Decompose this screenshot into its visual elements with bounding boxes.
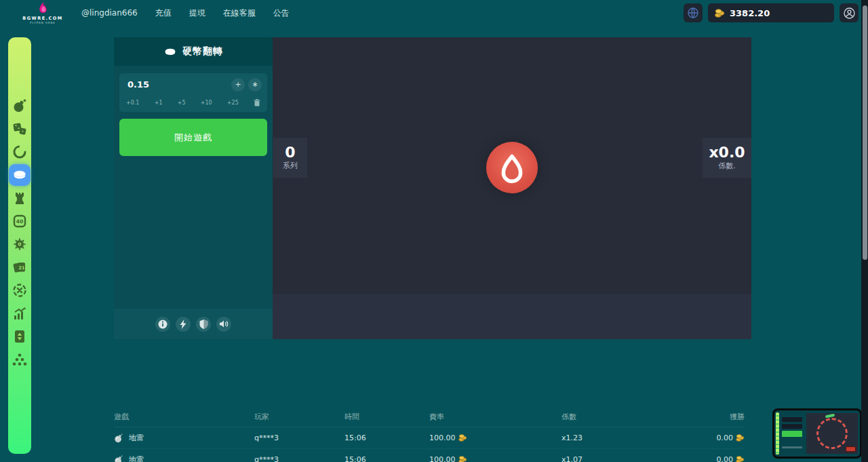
brand-logo[interactable]: BGWRE.COM FLYPAN HEBS: [20, 2, 65, 24]
menu-item-announcement[interactable]: 公告: [273, 7, 290, 19]
bomb-icon: [12, 98, 28, 114]
gear-wheel-icon: [12, 236, 28, 252]
profile-button[interactable]: [840, 3, 859, 22]
menu-item-support[interactable]: 在線客服: [223, 7, 256, 19]
ring-icon: [12, 144, 28, 160]
lightning-icon: [179, 320, 187, 329]
sidebar-item-tower[interactable]: [8, 187, 31, 210]
sidebar-item-spin[interactable]: [8, 140, 31, 163]
game-preview-thumbnail[interactable]: [772, 408, 862, 459]
profile-icon: [843, 7, 856, 20]
sidebar-item-roulette[interactable]: [8, 279, 31, 302]
balance-display[interactable]: 3382.20: [708, 3, 834, 22]
roulette-x-icon: [12, 282, 28, 299]
series-label: 系列: [283, 161, 298, 171]
page-scrollbar-thumb[interactable]: [863, 5, 867, 260]
col-rate: 費率: [429, 412, 561, 422]
game-name: 地雷: [129, 455, 144, 462]
coef-cell: x1.07: [561, 455, 671, 462]
multiply-bet-button[interactable]: ∗: [248, 78, 262, 92]
col-game: 遊戲: [114, 412, 254, 422]
coin-title-icon: [163, 46, 177, 57]
coins-icon: [736, 456, 745, 462]
multiplier-label: 係數.: [718, 161, 736, 171]
keno-40-icon: 40: [12, 213, 28, 229]
increase-bet-button[interactable]: +: [231, 78, 245, 92]
rate-value: 100.00: [429, 455, 456, 462]
language-globe-button[interactable]: [684, 3, 703, 22]
sidebar-item-plinko[interactable]: [8, 348, 31, 371]
sidebar-item-stocks[interactable]: [8, 302, 31, 325]
col-coef: 係數: [561, 412, 671, 422]
coins-icon: [458, 434, 467, 442]
top-bar: BGWRE.COM FLYPAN HEBS @lingdian666 充值 提現…: [0, 0, 868, 26]
mine-game-icon: [114, 434, 123, 443]
brand-name: BGWRE.COM: [22, 16, 63, 21]
app-window: BGWRE.COM FLYPAN HEBS @lingdian666 充值 提現…: [0, 0, 868, 462]
coins-icon: [736, 434, 745, 442]
quick-bet-0.1[interactable]: +0.1: [126, 100, 139, 106]
preview-footer: [782, 446, 802, 448]
rate-cell: 100.00: [429, 455, 467, 462]
sidebar-item-dice[interactable]: [8, 117, 31, 140]
multiplier-value: x0.0: [709, 145, 745, 161]
quick-bet-5[interactable]: +5: [178, 100, 186, 106]
sidebar-item-wheel[interactable]: [8, 233, 31, 256]
coef-cell: x1.23: [561, 434, 671, 442]
series-value: 0: [285, 145, 295, 161]
bet-input-row: 0.15 + ∗: [119, 73, 267, 96]
game-canvas: 0 系列 x0.0 係數.: [273, 37, 751, 339]
sidebar-item-hilo[interactable]: [8, 325, 31, 348]
game-cell: 地雷: [114, 455, 254, 462]
sidebar-item-blackjack-21[interactable]: 21: [8, 256, 31, 279]
quick-bet-10[interactable]: +10: [201, 100, 212, 106]
preview-input: [782, 424, 802, 429]
win-value: 0.00: [717, 434, 734, 442]
series-badge: 0 系列: [273, 138, 307, 178]
top-right-controls: 3382.20: [684, 3, 859, 22]
clear-bet-trash-icon[interactable]: [254, 99, 260, 107]
game-cell: 地雷: [114, 433, 254, 443]
win-cell: 0.00: [717, 455, 745, 462]
preview-bet-panel: [782, 417, 804, 448]
info-icon: [158, 320, 167, 329]
quick-bet-25[interactable]: +25: [227, 100, 239, 106]
info-button[interactable]: [155, 317, 170, 332]
quick-bet-1[interactable]: +1: [155, 100, 163, 106]
win-cell: 0.00: [717, 434, 745, 442]
flame-logo-icon: [35, 2, 50, 16]
turbo-button[interactable]: [176, 317, 191, 332]
game-title-bar: 硬幣翻轉: [114, 37, 273, 66]
preview-close-badge: [846, 446, 856, 452]
svg-text:40: 40: [16, 218, 23, 225]
username: @lingdian666: [81, 8, 138, 18]
sidebar-item-keno-40[interactable]: 40: [8, 210, 31, 233]
win-value: 0.00: [717, 455, 734, 462]
coins-icon: [715, 9, 725, 18]
rate-value: 100.00: [429, 434, 456, 442]
time-cell: 15:06: [344, 434, 429, 442]
history-header-row: 遊戲 玩家 時間 費率 係數 獲勝: [114, 407, 745, 427]
speaker-icon: [219, 320, 229, 328]
game-name: 地雷: [129, 433, 144, 443]
sound-button[interactable]: [216, 317, 231, 332]
time-cell: 15:06: [344, 455, 429, 462]
plinko-dots-icon: [12, 351, 28, 368]
preview-start-button: [782, 431, 802, 437]
menu-item-withdraw[interactable]: 提現: [189, 7, 205, 19]
panel-footer-toolbar: [114, 309, 273, 339]
fairness-button[interactable]: [196, 317, 211, 332]
menu-item-deposit[interactable]: 充值: [155, 7, 172, 19]
sidebar-item-coinflip-active[interactable]: [8, 163, 31, 187]
history-row: 地雷 q****3 15:06 100.00 x1.07 0.00: [114, 449, 745, 462]
sidebar-item-mines[interactable]: [8, 94, 31, 117]
col-win: 獲勝: [730, 412, 745, 422]
bet-amount-input[interactable]: 0.15: [127, 79, 228, 90]
coin-icon: [12, 168, 27, 182]
start-game-button[interactable]: 開始遊戲: [119, 119, 267, 156]
chart-bars-icon: [12, 305, 28, 322]
top-menu: @lingdian666 充值 提現 在線客服 公告: [81, 7, 290, 19]
preview-wheel-area: [806, 413, 858, 454]
flip-coin[interactable]: [486, 142, 538, 193]
preview-input: [782, 417, 802, 422]
